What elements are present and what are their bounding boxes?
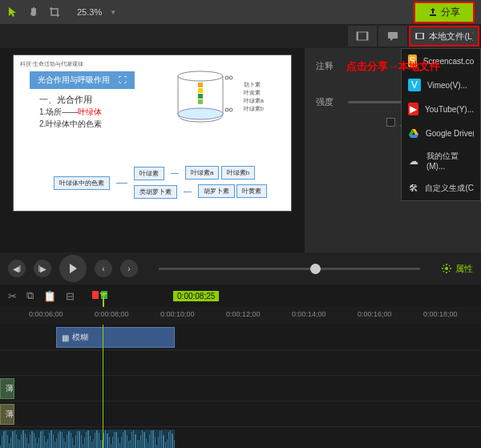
share-item-custom[interactable]: 🛠自定义生成(C)... bbox=[402, 176, 480, 200]
zoom-dropdown-icon[interactable]: ▼ bbox=[110, 9, 116, 16]
playhead-marker[interactable] bbox=[103, 297, 104, 307]
svg-point-14 bbox=[229, 76, 232, 79]
clip-thin-1[interactable]: 薄 bbox=[0, 378, 14, 399]
svg-point-8 bbox=[178, 108, 223, 119]
tutorial-annotation: 点击分享→本地文件 bbox=[346, 59, 440, 74]
tab-callout-icon[interactable] bbox=[378, 26, 407, 46]
svg-rect-10 bbox=[198, 88, 203, 93]
scrubber[interactable] bbox=[159, 268, 420, 270]
svg-rect-9 bbox=[198, 83, 203, 87]
step-forward-button[interactable]: › bbox=[120, 260, 138, 277]
paste-tool-icon[interactable]: 📋 bbox=[43, 290, 56, 302]
annotation-prop-label: 注释 bbox=[316, 60, 340, 72]
svg-rect-3 bbox=[388, 32, 398, 38]
canvas-area[interactable]: 科技·生命活动与代谢规律 光合作用与呼吸作用 ⛶ 一、光合作用 1.场所——叶绿… bbox=[0, 48, 305, 252]
clip-blur[interactable]: ▦ 模糊 bbox=[56, 327, 175, 348]
split-tool-icon[interactable]: ⊟ bbox=[66, 290, 75, 302]
slide-breadcrumb: 科技·生命活动与代谢规律 bbox=[20, 60, 83, 68]
playhead-line[interactable] bbox=[103, 325, 103, 448]
timeline-toolbar: ✂ ⧉ 📋 ⊟ 0:00:08;25 bbox=[0, 285, 481, 307]
cut-tool-icon[interactable]: ✂ bbox=[8, 290, 17, 302]
share-item-location[interactable]: ☁我的位置(M)... bbox=[402, 145, 480, 176]
local-file-tab[interactable]: 本地文件(L)... bbox=[409, 26, 479, 46]
step-back-button[interactable]: ‹ bbox=[95, 260, 112, 277]
tab-media-icon[interactable] bbox=[348, 26, 377, 46]
hand-tool-icon[interactable] bbox=[27, 6, 40, 18]
intensity-label: 强度 bbox=[316, 96, 340, 108]
clip-thumbnail-icon: ▦ bbox=[62, 333, 69, 342]
svg-rect-5 bbox=[416, 33, 417, 38]
svg-point-17 bbox=[445, 267, 448, 270]
svg-rect-4 bbox=[416, 33, 424, 38]
svg-point-15 bbox=[225, 108, 228, 111]
svg-point-13 bbox=[225, 76, 228, 79]
properties-button[interactable]: 属性 bbox=[441, 263, 473, 275]
svg-rect-1 bbox=[357, 32, 358, 40]
svg-rect-0 bbox=[357, 32, 368, 40]
svg-point-7 bbox=[178, 71, 223, 81]
track-4[interactable]: 薄 bbox=[0, 402, 481, 427]
slide-header: 光合作用与呼吸作用 ⛶ bbox=[30, 71, 135, 89]
audio-waveform[interactable] bbox=[0, 430, 175, 448]
playback-bar: ◀I I▶ ‹ › 属性 bbox=[0, 252, 481, 285]
tab-bar: 本地文件(L)... bbox=[0, 24, 481, 48]
slide-line1: 1.场所——叶绿体 bbox=[39, 107, 102, 118]
share-button-label: 分享 bbox=[441, 6, 460, 19]
main-area: 科技·生命活动与代谢规律 光合作用与呼吸作用 ⛶ 一、光合作用 1.场所——叶绿… bbox=[0, 48, 481, 252]
svg-rect-2 bbox=[366, 32, 368, 40]
tool-group: 25.3% ▼ bbox=[6, 6, 116, 18]
reverse-checkbox[interactable] bbox=[386, 118, 395, 127]
crop-tool-icon[interactable] bbox=[48, 6, 61, 18]
svg-rect-11 bbox=[198, 94, 203, 99]
share-item-gdrive[interactable]: Google Drive(G)... bbox=[402, 121, 480, 145]
properties-panel: 点击分享→本地文件 注释 强度 反向 SScreencast.com(S)...… bbox=[305, 48, 481, 252]
next-frame-button[interactable]: I▶ bbox=[34, 260, 51, 277]
copy-tool-icon[interactable]: ⧉ bbox=[26, 289, 34, 302]
track-2[interactable] bbox=[0, 350, 481, 376]
play-button[interactable] bbox=[59, 255, 87, 282]
svg-point-16 bbox=[229, 108, 232, 111]
track-audio[interactable] bbox=[0, 427, 481, 448]
flowchart: 叶绿体中的色素 叶绿素 叶绿素a 叶绿素b bbox=[54, 166, 267, 200]
share-item-vimeo[interactable]: VVimeo(V)... bbox=[402, 73, 480, 97]
track-1[interactable]: ▦ 模糊 bbox=[0, 325, 481, 350]
svg-rect-6 bbox=[422, 33, 423, 38]
top-toolbar: 25.3% ▼ 分享 bbox=[0, 0, 481, 24]
clip-thin-2[interactable]: 薄 bbox=[0, 404, 14, 425]
beaker-diagram: 胡卜素叶黄素 叶绿素a叶绿素b bbox=[175, 70, 243, 126]
time-ruler[interactable]: 0:00:06;00 0:00:08;00 0:00:10;00 0:00:12… bbox=[0, 307, 481, 325]
local-file-label: 本地文件(L)... bbox=[429, 30, 473, 42]
svg-rect-12 bbox=[198, 99, 203, 104]
playhead-time: 0:00:08;25 bbox=[173, 291, 219, 301]
prev-frame-button[interactable]: ◀I bbox=[8, 260, 26, 277]
track-3[interactable]: 薄 bbox=[0, 376, 481, 402]
video-preview: 科技·生命活动与代谢规律 光合作用与呼吸作用 ⛶ 一、光合作用 1.场所——叶绿… bbox=[13, 54, 292, 212]
timeline-tracks: ▦ 模糊 薄 薄 bbox=[0, 325, 481, 448]
slide-line2: 2.叶绿体中的色素 bbox=[39, 119, 102, 130]
share-button[interactable]: 分享 bbox=[414, 2, 475, 23]
share-item-youtube[interactable]: ▶YouTube(Y)... bbox=[402, 97, 480, 121]
zoom-level-display[interactable]: 25.3% bbox=[77, 7, 102, 17]
slide-title: 一、光合作用 bbox=[39, 94, 92, 106]
select-tool-icon[interactable] bbox=[6, 6, 19, 18]
